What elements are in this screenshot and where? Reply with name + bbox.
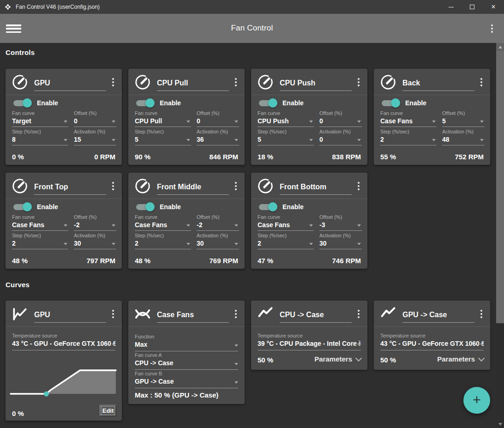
curve-card-cpu-to-case: CPU -> Case Temperature source 39 °C - C… bbox=[251, 301, 367, 370]
step-select[interactable]: Step (%/sec) 2 bbox=[135, 233, 191, 249]
control-name-field[interactable]: CPU Push bbox=[280, 76, 352, 91]
card-menu-button[interactable] bbox=[108, 180, 118, 192]
gauge-icon bbox=[257, 73, 274, 91]
control-name-field[interactable]: Front Middle bbox=[157, 180, 229, 195]
card-menu-button[interactable] bbox=[231, 76, 241, 88]
step-label: Step (%/sec) bbox=[12, 129, 68, 135]
enable-toggle[interactable] bbox=[12, 202, 32, 212]
parameters-expander[interactable]: Parameters bbox=[437, 355, 484, 363]
fan-curve-select[interactable]: Fan curve Case Fans bbox=[12, 214, 68, 231]
minimize-button[interactable] bbox=[440, 0, 462, 14]
maximize-button[interactable] bbox=[462, 0, 483, 14]
step-select[interactable]: Step (%/sec) 8 bbox=[12, 129, 68, 145]
step-select[interactable]: Step (%/sec) 2 bbox=[12, 233, 68, 249]
dropdown-caret-icon bbox=[357, 121, 361, 123]
controls-section-title: Controls bbox=[6, 48, 35, 56]
fan-icon bbox=[4, 3, 12, 11]
curve-name-field[interactable]: GPU -> Case bbox=[402, 308, 474, 323]
offset-select[interactable]: Offset (%) -3 bbox=[319, 214, 362, 231]
dropdown-caret-icon bbox=[309, 224, 313, 227]
activation-select[interactable]: Activation (%) 48 bbox=[442, 129, 485, 145]
enable-toggle[interactable] bbox=[135, 202, 155, 212]
control-name-field[interactable]: CPU Pull bbox=[157, 76, 229, 91]
vertical-scrollbar[interactable] bbox=[496, 43, 504, 428]
zigzag-chart-icon bbox=[257, 305, 274, 323]
offset-select[interactable]: Offset (%) 0 bbox=[319, 110, 362, 127]
card-menu-button[interactable] bbox=[476, 308, 486, 320]
offset-select[interactable]: Offset (%) 0 bbox=[74, 110, 116, 127]
temperature-source-select[interactable]: Temperature source 43 °C - GPU - GeForce… bbox=[12, 333, 115, 350]
fan-curve-b-select[interactable]: Fan curve B GPU -> Case bbox=[135, 371, 238, 388]
parameters-expander[interactable]: Parameters bbox=[314, 355, 361, 363]
offset-select[interactable]: Offset (%) 5 bbox=[442, 110, 485, 127]
activation-select[interactable]: Activation (%) 30 bbox=[74, 233, 116, 249]
control-name-field[interactable]: Front Top bbox=[34, 180, 106, 195]
temperature-source-select[interactable]: Temperature source 43 °C - GPU - GeForce… bbox=[380, 333, 484, 350]
control-card: CPU Push Enable Fan curve CPU Push Offse… bbox=[251, 69, 367, 165]
step-select[interactable]: Step (%/sec) 5 bbox=[135, 129, 191, 145]
card-menu-button[interactable] bbox=[354, 180, 364, 192]
step-select[interactable]: Step (%/sec) 2 bbox=[258, 233, 314, 249]
enable-toggle[interactable] bbox=[380, 98, 401, 108]
close-icon: × bbox=[491, 3, 495, 11]
add-button[interactable]: + bbox=[463, 387, 490, 414]
card-menu-button[interactable] bbox=[476, 76, 486, 88]
offset-select[interactable]: Offset (%) -2 bbox=[197, 214, 239, 231]
offset-select[interactable]: Offset (%) -2 bbox=[74, 214, 116, 231]
overflow-menu-button[interactable] bbox=[487, 23, 497, 35]
line-chart-axis-icon bbox=[11, 305, 29, 323]
control-card: CPU Pull Enable Fan curve CPU Pull Offse… bbox=[128, 69, 245, 165]
enable-toggle[interactable] bbox=[258, 202, 278, 212]
controls-row-1: GPU Enable Fan curve Target Offset (%) 0… bbox=[6, 69, 490, 165]
activation-select[interactable]: Activation (%) 15 bbox=[74, 129, 116, 145]
step-select[interactable]: Step (%/sec) 2 bbox=[380, 129, 437, 145]
scrollbar-thumb[interactable] bbox=[496, 51, 504, 323]
enable-label: Enable bbox=[282, 203, 304, 211]
enable-toggle[interactable] bbox=[12, 98, 32, 108]
enable-toggle[interactable] bbox=[258, 98, 278, 108]
control-name-field[interactable]: Back bbox=[402, 76, 474, 91]
card-menu-button[interactable] bbox=[231, 180, 241, 192]
fan-rpm-value: 846 RPM bbox=[209, 153, 238, 161]
curve-name-field[interactable]: GPU bbox=[34, 308, 106, 323]
close-button[interactable]: × bbox=[483, 0, 504, 14]
offset-value: -2 bbox=[197, 221, 239, 231]
curve-point-dot[interactable] bbox=[44, 392, 49, 397]
scrollbar-up-button[interactable] bbox=[496, 43, 504, 51]
dropdown-caret-icon bbox=[309, 121, 313, 123]
edit-button[interactable]: Edit bbox=[100, 405, 116, 416]
temperature-source-select[interactable]: Temperature source 39 °C - CPU Package -… bbox=[258, 333, 361, 350]
card-menu-button[interactable] bbox=[108, 308, 118, 320]
scrollbar-down-button[interactable] bbox=[496, 420, 504, 428]
curve-graph[interactable] bbox=[11, 368, 116, 398]
offset-select[interactable]: Offset (%) 0 bbox=[197, 110, 239, 127]
offset-label: Offset (%) bbox=[197, 214, 239, 220]
fan-curve-select[interactable]: Fan curve Case Fans bbox=[380, 110, 437, 127]
step-value: 5 bbox=[258, 135, 314, 145]
curve-name-field[interactable]: CPU -> Case bbox=[280, 308, 352, 323]
enable-toggle[interactable] bbox=[135, 98, 155, 108]
fan-curve-select[interactable]: Fan curve Target bbox=[12, 110, 68, 127]
activation-select[interactable]: Activation (%) 0 bbox=[319, 129, 362, 145]
card-menu-button[interactable] bbox=[354, 308, 364, 320]
fan-curve-a-select[interactable]: Fan curve A CPU -> Case bbox=[135, 352, 238, 370]
fan-curve-select[interactable]: Fan curve CPU Push bbox=[258, 110, 314, 127]
fan-curve-select[interactable]: Fan curve Case Fans bbox=[258, 214, 314, 231]
card-menu-button[interactable] bbox=[108, 76, 118, 88]
step-select[interactable]: Step (%/sec) 5 bbox=[258, 129, 314, 145]
card-menu-button[interactable] bbox=[231, 308, 241, 320]
fan-curve-select[interactable]: Fan curve Case Fans bbox=[135, 214, 191, 231]
card-menu-button[interactable] bbox=[354, 76, 364, 88]
activation-select[interactable]: Activation (%) 36 bbox=[197, 129, 239, 145]
fan-curve-select[interactable]: Fan curve CPU Pull bbox=[135, 110, 191, 127]
fan-percent-value: 18 % bbox=[258, 153, 273, 161]
function-select[interactable]: Function Max bbox=[135, 334, 238, 351]
offset-label: Offset (%) bbox=[74, 214, 116, 220]
activation-select[interactable]: Activation (%) 30 bbox=[319, 233, 362, 249]
curve-name-field[interactable]: Case Fans bbox=[157, 308, 229, 323]
fan-percent-value: 48 % bbox=[135, 257, 150, 265]
gauge-icon bbox=[11, 177, 29, 195]
control-name-field[interactable]: GPU bbox=[34, 76, 106, 91]
control-name-field[interactable]: Front Bottom bbox=[280, 180, 352, 195]
activation-select[interactable]: Activation (%) 30 bbox=[197, 233, 239, 249]
